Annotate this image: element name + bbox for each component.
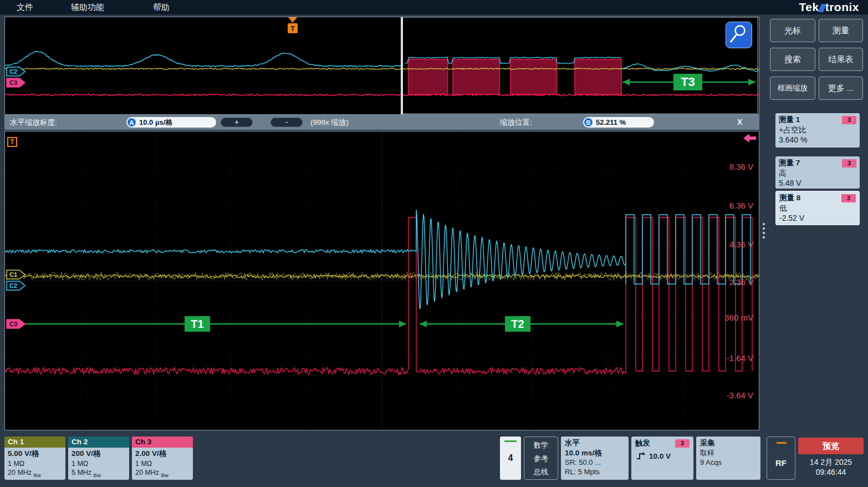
- volt-label: -3.64 V: [714, 390, 753, 400]
- source-channel-badge: 3: [842, 116, 856, 124]
- source-channel-badge: 3: [841, 194, 856, 202]
- zoom-factor-label: (999x 缩放): [310, 118, 349, 128]
- svg-text:C2: C2: [9, 282, 17, 289]
- svg-text:C1: C1: [9, 271, 17, 278]
- volt-label: 360 mV: [714, 313, 753, 322]
- acquisition-badge[interactable]: 采集 取样 9 Acqs: [696, 437, 760, 480]
- zoom-in-button[interactable]: +: [221, 118, 253, 127]
- zoom-control-bar: 水平缩放标度: A 10.0 µs/格 + - (999x 缩放) 缩放位置: …: [4, 115, 759, 130]
- menu-help[interactable]: 帮助: [153, 2, 170, 13]
- svg-text:C3: C3: [9, 321, 17, 327]
- right-sidebar: 光标 测量 搜索 结果表 框画缩放 更多 ... 测量 13 +占空比 3.64…: [767, 17, 866, 433]
- menu-file[interactable]: 文件: [17, 2, 33, 13]
- multipurpose-b-icon: B: [584, 118, 593, 126]
- results-table-button[interactable]: 结果表: [819, 48, 863, 71]
- trigger-badge[interactable]: 触发3 10.0 V: [631, 437, 693, 480]
- multipurpose-a-icon: A: [127, 118, 136, 126]
- volt-label: -1.64 V: [714, 353, 753, 363]
- panel-drag-handle[interactable]: [762, 221, 766, 241]
- source-channel-badge: 3: [842, 159, 856, 168]
- main-waveform-display[interactable]: T 8.36 V 6.36 V 4.36 V 2.36 V 360 mV -1.…: [4, 131, 759, 430]
- measure-button[interactable]: 测量: [819, 19, 863, 42]
- channel3-marker[interactable]: C3: [6, 318, 26, 329]
- rf-color-dash-icon: [777, 442, 787, 444]
- close-zoom-icon[interactable]: X: [737, 118, 742, 126]
- volt-label: 4.36 V: [714, 240, 753, 249]
- t3-annotation: T3: [673, 74, 702, 90]
- horizontal-badge[interactable]: 水平 10.0 ms/格 SR: 50.0 ... RL: 5 Mpts: [561, 437, 629, 480]
- tektronix-logo: Tektronix: [799, 1, 859, 14]
- measurement-badge-8[interactable]: 测量 83 低 -2.52 V: [775, 191, 860, 225]
- channel4-badge[interactable]: 4: [500, 437, 521, 480]
- date-label: 14 2月 2025: [798, 458, 864, 468]
- box-zoom-button[interactable]: 框画缩放: [770, 77, 815, 100]
- add-bus-button[interactable]: 总线: [524, 465, 558, 479]
- menu-bar: 文件 辅助功能 帮助 Tektronix: [0, 0, 868, 14]
- add-math-ref-bus-button[interactable]: 数学 参考 总线: [524, 437, 558, 480]
- bandwidth-limit-icon: Bw: [34, 472, 41, 478]
- channel2-badge[interactable]: Ch 2 200 V/格 1 MΩ 5 MHz Bw: [68, 437, 129, 480]
- measurement-badge-7[interactable]: 测量 73 高 5.48 V: [775, 156, 860, 189]
- zoom-scale-label: 水平缩放标度:: [10, 118, 57, 128]
- measurement-badge-1[interactable]: 测量 13 +占空比 3.640 %: [775, 113, 860, 148]
- add-math-button[interactable]: 数学: [524, 439, 558, 452]
- oscilloscope-ui: 文件 辅助功能 帮助 Tektronix T C2 C3 T3 水平缩放标度: …: [0, 0, 868, 487]
- svg-text:C2: C2: [9, 68, 17, 75]
- trigger-source-badge: 3: [675, 439, 690, 448]
- trigger-marker[interactable]: T: [288, 23, 298, 33]
- rising-edge-icon: [635, 452, 646, 460]
- search-button[interactable]: 搜索: [770, 48, 815, 71]
- preview-button[interactable]: 预览: [798, 438, 864, 454]
- main-waveforms: [5, 131, 759, 430]
- add-ref-button[interactable]: 参考: [524, 452, 558, 465]
- bottom-bar: Ch 1 5.00 V/格 1 MΩ 20 MHz Bw Ch 2 200 V/…: [0, 435, 868, 487]
- menu-utility[interactable]: 辅助功能: [71, 2, 104, 13]
- zoom-magnifier-icon[interactable]: [726, 22, 752, 48]
- zoom-out-button[interactable]: -: [270, 118, 303, 127]
- rf-button[interactable]: RF: [767, 437, 795, 480]
- trigger-level-arrow-icon[interactable]: [743, 133, 757, 143]
- channel3-overview-marker[interactable]: C3: [6, 77, 26, 88]
- channel3-badge[interactable]: Ch 3 2.00 V/格 1 MΩ 20 MHz Bw: [132, 437, 193, 480]
- t1-annotation: T1: [185, 316, 210, 332]
- more-button[interactable]: 更多 ...: [819, 77, 863, 100]
- trigger-position-icon[interactable]: [288, 17, 297, 23]
- overview-waveforms: [5, 17, 759, 114]
- zoom-position-value[interactable]: B 52.211 %: [583, 117, 654, 128]
- bandwidth-limit-icon: Bw: [94, 472, 101, 478]
- time-label: 09:46:44: [798, 468, 864, 476]
- bandwidth-limit-icon: Bw: [161, 472, 169, 478]
- channel4-color-dash-icon: [504, 440, 517, 442]
- volt-label: 6.36 V: [714, 201, 753, 210]
- channel2-overview-marker[interactable]: C2: [6, 66, 26, 77]
- volt-label: 2.36 V: [714, 277, 753, 287]
- channel1-badge[interactable]: Ch 1 5.00 V/格 1 MΩ 20 MHz Bw: [4, 437, 65, 480]
- zoom-scale-value[interactable]: A 10.0 µs/格: [126, 117, 216, 128]
- volt-label: 8.36 V: [714, 162, 753, 171]
- magnifier-glyph: [726, 22, 750, 47]
- t2-annotation: T2: [505, 316, 530, 332]
- svg-text:C3: C3: [9, 79, 17, 86]
- channel1-marker[interactable]: C1: [6, 269, 26, 280]
- channel2-marker[interactable]: C2: [6, 280, 26, 291]
- waveform-overview[interactable]: T C2 C3 T3: [4, 17, 759, 115]
- trigger-indicator[interactable]: T: [7, 137, 17, 147]
- zoom-position-label: 缩放位置:: [500, 118, 532, 128]
- cursors-button[interactable]: 光标: [770, 19, 815, 42]
